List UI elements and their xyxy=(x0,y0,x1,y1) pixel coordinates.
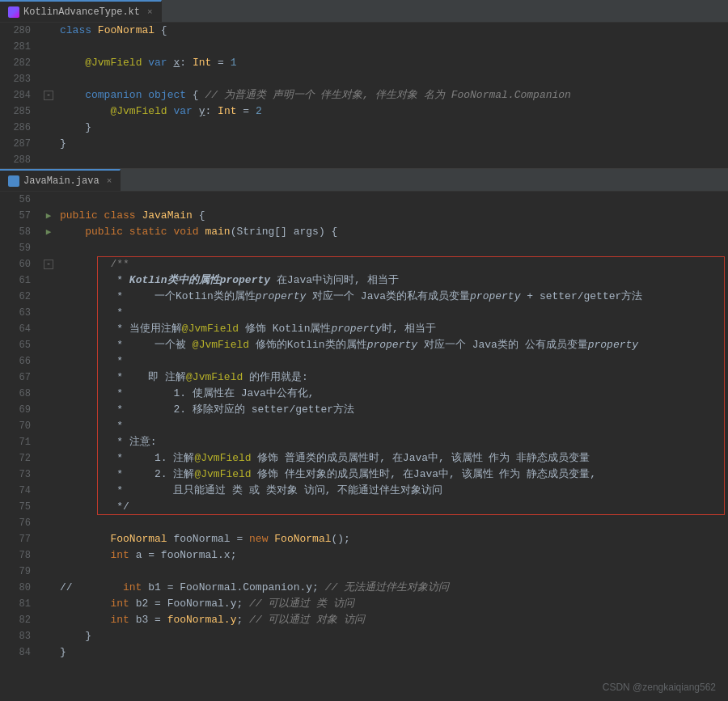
table-row: 84} xyxy=(0,644,728,661)
table-row: 57▶public class JavaMain { xyxy=(0,208,728,224)
line-gutter xyxy=(40,23,57,39)
table-row: 62 * 一个Kotlin类的属性property 对应一个 Java类的私有成… xyxy=(0,289,728,305)
line-content: * 且只能通过 类 或 类对象 访问, 不能通过伴生对象访问 xyxy=(57,483,728,499)
line-number: 65 xyxy=(0,337,40,353)
java-icon xyxy=(8,175,19,187)
line-gutter xyxy=(40,272,57,289)
line-content: * 1. 注解@JvmField 修饰 普通类的成员属性时, 在Java中, 该… xyxy=(57,450,728,467)
line-content xyxy=(57,564,728,580)
line-content: } xyxy=(57,120,728,136)
line-gutter xyxy=(40,337,57,353)
table-row: 75 */ xyxy=(0,499,728,515)
line-number: 280 xyxy=(0,23,40,39)
line-number: 74 xyxy=(0,483,40,499)
line-content: * 2. 移除对应的 setter/getter方法 xyxy=(57,402,728,418)
line-number: 285 xyxy=(0,103,40,120)
table-row: 64 * 当使用注解@JvmField 修饰 Kotlin属性property时… xyxy=(0,321,728,337)
line-content: * xyxy=(57,305,728,321)
line-number: 71 xyxy=(0,434,40,450)
table-row: 287} xyxy=(0,136,728,152)
line-gutter xyxy=(40,628,57,644)
line-gutter xyxy=(40,305,57,321)
line-number: 82 xyxy=(0,612,40,628)
line-gutter xyxy=(40,515,57,531)
line-content: int b2 = FooNormal.y; // 可以通过 类 访问 xyxy=(57,596,728,612)
line-number: 288 xyxy=(0,152,40,168)
line-gutter xyxy=(40,55,57,71)
line-gutter xyxy=(40,434,57,450)
java-tab-bar: JavaMain.java × xyxy=(0,169,728,192)
line-gutter xyxy=(40,547,57,564)
line-gutter xyxy=(40,370,57,386)
table-row: 61 * Kotlin类中的属性property 在Java中访问时, 相当于 xyxy=(0,272,728,289)
table-row: 285 @JvmField var y: Int = 2 xyxy=(0,103,728,120)
run-arrow-icon[interactable]: ▶ xyxy=(46,208,52,224)
line-content: * 即 注解@JvmField 的作用就是: xyxy=(57,370,728,386)
line-number: 83 xyxy=(0,628,40,644)
line-content: * 当使用注解@JvmField 修饰 Kotlin属性property时, 相… xyxy=(57,321,728,337)
line-gutter xyxy=(40,103,57,120)
line-number: 62 xyxy=(0,289,40,305)
table-row: 286 } xyxy=(0,120,728,136)
line-content: * 1. 使属性在 Java中公有化, xyxy=(57,386,728,402)
line-number: 77 xyxy=(0,531,40,547)
table-row: 78 int a = fooNormal.x; xyxy=(0,547,728,564)
table-row: 72 * 1. 注解@JvmField 修饰 普通类的成员属性时, 在Java中… xyxy=(0,450,728,467)
fold-icon[interactable]: - xyxy=(44,260,53,269)
line-number: 56 xyxy=(0,192,40,208)
fold-icon[interactable]: - xyxy=(44,91,53,100)
kotlin-tab-close[interactable]: × xyxy=(147,7,153,17)
line-content: public class JavaMain { xyxy=(57,208,728,224)
table-row: 282 @JvmField var x: Int = 1 xyxy=(0,55,728,71)
table-row: 284- companion object { // 为普通类 声明一个 伴生对… xyxy=(0,87,728,103)
line-gutter xyxy=(40,120,57,136)
line-gutter xyxy=(40,418,57,434)
table-row: 76 xyxy=(0,515,728,531)
kotlin-code-lines: 280class FooNormal {281282 @JvmField var… xyxy=(0,23,728,168)
table-row: 281 xyxy=(0,39,728,55)
line-gutter xyxy=(40,499,57,515)
table-row: 79 xyxy=(0,564,728,580)
line-gutter xyxy=(40,152,57,168)
watermark: CSDN @zengkaiqiang562 xyxy=(603,682,716,693)
line-content: * xyxy=(57,418,728,434)
line-gutter: - xyxy=(40,256,57,272)
line-gutter xyxy=(40,450,57,467)
line-number: 59 xyxy=(0,240,40,256)
line-number: 61 xyxy=(0,272,40,289)
line-content: int a = fooNormal.x; xyxy=(57,547,728,564)
line-content: companion object { // 为普通类 声明一个 伴生对象, 伴生… xyxy=(57,87,728,103)
line-gutter xyxy=(40,596,57,612)
table-row: 73 * 2. 注解@JvmField 修饰 伴生对象的成员属性时, 在Java… xyxy=(0,467,728,483)
java-tab[interactable]: JavaMain.java × xyxy=(0,169,121,191)
line-gutter xyxy=(40,136,57,152)
line-number: 57 xyxy=(0,208,40,224)
line-gutter xyxy=(40,483,57,499)
line-number: 283 xyxy=(0,71,40,87)
table-row: 56 xyxy=(0,192,728,208)
line-number: 284 xyxy=(0,87,40,103)
kotlin-tab-bar: KotlinAdvanceType.kt × xyxy=(0,0,728,23)
table-row: 63 * xyxy=(0,305,728,321)
line-number: 79 xyxy=(0,564,40,580)
table-row: 59 xyxy=(0,240,728,256)
line-number: 70 xyxy=(0,418,40,434)
line-number: 58 xyxy=(0,224,40,240)
line-gutter xyxy=(40,644,57,661)
line-gutter: ▶ xyxy=(40,208,57,224)
java-tab-close[interactable]: × xyxy=(107,176,112,186)
line-gutter xyxy=(40,580,57,596)
line-content: int b3 = fooNormal.y; // 可以通过 对象 访问 xyxy=(57,612,728,628)
run-arrow-icon[interactable]: ▶ xyxy=(46,224,52,240)
table-row: 82 int b3 = fooNormal.y; // 可以通过 对象 访问 xyxy=(0,612,728,628)
line-number: 286 xyxy=(0,120,40,136)
line-content: class FooNormal { xyxy=(57,23,728,39)
kotlin-tab[interactable]: KotlinAdvanceType.kt × xyxy=(0,0,162,22)
line-gutter: - xyxy=(40,87,57,103)
line-content: /** xyxy=(57,256,728,272)
line-gutter xyxy=(40,386,57,402)
kotlin-tab-label: KotlinAdvanceType.kt xyxy=(23,6,140,18)
line-number: 78 xyxy=(0,547,40,564)
line-number: 287 xyxy=(0,136,40,152)
line-gutter xyxy=(40,71,57,87)
